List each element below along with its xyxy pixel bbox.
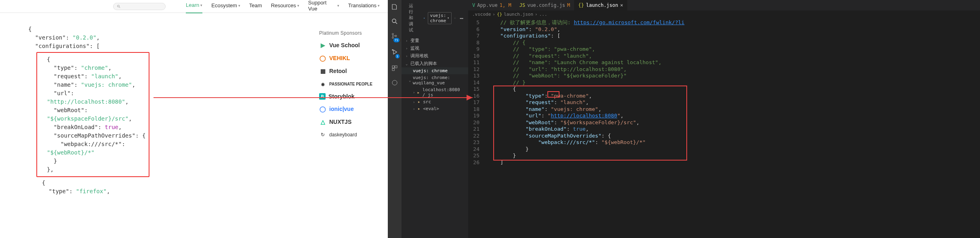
- tree-watch[interactable]: ›监视: [402, 44, 468, 52]
- daskeyboard-icon: ↻: [319, 131, 326, 138]
- code-line: "sourceMapPathOverrides": {: [39, 132, 147, 140]
- scm-badge: 71: [393, 38, 400, 42]
- vueschool-icon: ▶: [319, 42, 326, 49]
- sponsor-passionate[interactable]: ◉PASSIONATE PEOPLE: [319, 80, 376, 88]
- sponsor-vueschool[interactable]: ▶Vue School: [319, 42, 376, 49]
- more-icon[interactable]: ⋯: [458, 15, 465, 21]
- code-line: "breakOnLoad": true,: [39, 123, 147, 132]
- code-line: "webpack:///src/*": "${webRoot}/*": [39, 140, 147, 157]
- close-icon[interactable]: ×: [620, 2, 623, 8]
- chevron-down-icon: ▾: [297, 4, 299, 8]
- nuxt-icon: △: [319, 118, 326, 125]
- code-line: {: [39, 55, 147, 64]
- nav-translations[interactable]: Translations▾: [348, 0, 380, 13]
- code-line: "version": "0.2.0",: [28, 33, 360, 42]
- tree-localhost[interactable]: ›▸ localhost:8080 / js: [402, 86, 468, 98]
- sponsor-storyblok[interactable]: BStoryblok: [319, 93, 376, 100]
- editor-tabs: VApp.vue1, M JSvue.config.jsM {}launch.j…: [468, 0, 980, 10]
- source-control-item[interactable]: 71: [391, 32, 398, 41]
- js-icon: JS: [519, 2, 525, 8]
- tab-vueconfig[interactable]: JSvue.config.jsM: [515, 0, 574, 10]
- top-nav: Learn▾ Ecosystem▾ Team Resources▾ Suppor…: [186, 0, 380, 13]
- tree-eval[interactable]: ›▸ <eval>: [402, 105, 468, 112]
- remote-icon[interactable]: [391, 79, 398, 86]
- nav-support[interactable]: Support Vue▾: [308, 0, 339, 13]
- sponsor-title: Platinum Sponsors: [319, 30, 376, 36]
- tree-variables[interactable]: ›变量: [402, 37, 468, 44]
- search-input[interactable]: [113, 3, 166, 10]
- play-icon[interactable]: [423, 16, 425, 21]
- code-line: "webRoot": "${workspaceFolder}/src",: [39, 106, 147, 123]
- search-icon[interactable]: [391, 18, 398, 25]
- vue-icon: V: [472, 2, 475, 8]
- vue-docs-pane: Learn▾ Ecosystem▾ Team Resources▾ Suppor…: [0, 0, 388, 238]
- svg-point-0: [392, 19, 396, 23]
- gear-icon[interactable]: [454, 16, 456, 21]
- svg-point-4: [395, 35, 397, 37]
- tab-launch-json[interactable]: {}launch.json×: [574, 0, 627, 10]
- code-line: {: [28, 179, 360, 187]
- code-line: "type": "firefox",: [28, 187, 360, 196]
- code-line: },: [39, 165, 147, 174]
- tree-vuejs-chrome-proj[interactable]: ⌄vuejs: chrome: wuqilang_vue: [402, 74, 468, 86]
- debug-title: 运行和调试: [405, 1, 421, 35]
- nav-ecosystem[interactable]: Ecosystem▾: [211, 0, 240, 13]
- svg-point-5: [392, 49, 393, 50]
- vscode-pane: 71 1 运行和调试 vuejs: chrome▾ ⋯ ›变量 ›监视 ›调用堆…: [388, 0, 980, 238]
- svg-point-10: [455, 18, 455, 18]
- chevron-down-icon: ▾: [378, 4, 380, 8]
- gutter: 567891011121314151617181920212223242526: [468, 19, 484, 166]
- chevron-down-icon: ▾: [238, 4, 240, 8]
- extensions-icon[interactable]: [391, 65, 398, 72]
- svg-rect-8: [392, 69, 394, 71]
- ionic-icon: ◯: [319, 105, 326, 113]
- code-line: "url": "http://localhost:8080",: [39, 89, 147, 106]
- tree-src[interactable]: ›▸ src: [402, 98, 468, 105]
- code-line: }: [39, 157, 147, 165]
- passionate-icon: ◉: [319, 80, 326, 88]
- code-line: "name": "vuejs: chrome",: [39, 81, 147, 89]
- debug-badge: 1: [395, 54, 400, 58]
- nav-learn[interactable]: Learn▾: [186, 0, 202, 13]
- activity-bar: 71 1: [388, 0, 402, 238]
- svg-point-2: [392, 33, 394, 35]
- tree-vuejs-chrome[interactable]: vuejs: chrome: [402, 67, 468, 74]
- sponsor-retool[interactable]: ▦Retool: [319, 67, 376, 75]
- svg-point-3: [392, 37, 394, 39]
- tree-callstack[interactable]: ›调用堆栈: [402, 52, 468, 60]
- svg-rect-7: [395, 66, 397, 68]
- debug-config-select[interactable]: vuejs: chrome▾: [428, 12, 452, 24]
- code-lines: // 欲了解更多信息，请访问: https://go.microsoft.com…: [488, 19, 980, 166]
- highlight-box-left: { "type": "chrome", "request": "launch",…: [36, 52, 149, 177]
- search-icon: [117, 4, 121, 8]
- files-icon[interactable]: [391, 3, 398, 10]
- svg-rect-6: [392, 66, 394, 68]
- sponsor-list: Platinum Sponsors ▶Vue School ◯VEHIKL ▦R…: [319, 30, 376, 144]
- topbar: Learn▾ Ecosystem▾ Team Resources▾ Suppor…: [0, 0, 388, 13]
- svg-point-9: [392, 80, 397, 85]
- sponsor-ionic[interactable]: ◯ionic|vue: [319, 105, 376, 113]
- sponsor-nuxt[interactable]: △NUXTJS: [319, 118, 376, 125]
- breadcrumb[interactable]: .vscode› {}launch.json› ...: [468, 10, 980, 18]
- svg-line-1: [395, 22, 397, 24]
- debug-sidebar: 运行和调试 vuejs: chrome▾ ⋯ ›变量 ›监视 ›调用堆栈 ⌄已载…: [402, 0, 468, 238]
- code-editor[interactable]: 567891011121314151617181920212223242526 …: [468, 18, 980, 167]
- code-line: "configurations": [: [28, 42, 360, 50]
- debug-item[interactable]: 1: [391, 48, 398, 57]
- storyblok-icon: B: [319, 93, 326, 100]
- editor: VApp.vue1, M JSvue.config.jsM {}launch.j…: [468, 0, 980, 238]
- vehikl-icon: ◯: [319, 54, 326, 62]
- sponsor-vehikl[interactable]: ◯VEHIKL: [319, 54, 376, 62]
- code-line: "type": "chrome",: [39, 64, 147, 72]
- sponsor-daskeyboard[interactable]: ↻daskeyboard: [319, 131, 376, 138]
- debug-toolbar: 运行和调试 vuejs: chrome▾ ⋯: [402, 0, 468, 36]
- tree-loaded[interactable]: ⌄已载入的脚本: [402, 60, 468, 67]
- nav-team[interactable]: Team: [249, 0, 262, 13]
- nav-resources[interactable]: Resources▾: [271, 0, 299, 13]
- debug-tree: ›变量 ›监视 ›调用堆栈 ⌄已载入的脚本 vuejs: chrome ⌄vue…: [402, 36, 468, 113]
- chevron-down-icon: ▾: [337, 4, 339, 8]
- chevron-down-icon: ▾: [200, 3, 202, 7]
- retool-icon: ▦: [319, 67, 326, 75]
- tab-app-vue[interactable]: VApp.vue1, M: [468, 0, 515, 10]
- search-wrap: [113, 3, 166, 10]
